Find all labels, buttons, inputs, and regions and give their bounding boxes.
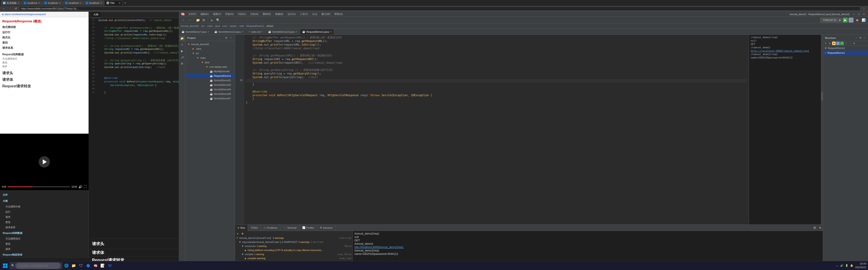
run-tree-row-6[interactable]: ▲ compile warning 4 min, 3 sec [236, 256, 351, 260]
taskbar-tray-notification[interactable]: 🔔 [850, 264, 853, 267]
taskbar-app-2[interactable]: 📁 [70, 263, 77, 269]
toolbar-run-config[interactable]: ▶ [209, 18, 215, 23]
outline-item-8[interactable]: 请求 [0, 246, 88, 252]
run-out-5[interactable]: http://localhost:8080/tomcat_demo2/req1 [750, 49, 820, 53]
taskbar-app-1[interactable]: 🌐 [63, 263, 70, 269]
activity-project[interactable]: 📁 [180, 36, 185, 41]
browser-tab-2[interactable]: L localhost ✕ [22, 0, 42, 5]
outline-section-outline[interactable]: 大纲 [0, 198, 88, 204]
taskbar-app-idea[interactable]: 🧠 [92, 263, 98, 269]
tree-servletdemo02[interactable]: ☕ ServletDemo02 [185, 82, 235, 87]
run-panel-settings[interactable]: ⚙ [812, 225, 817, 231]
path-web[interactable]: web [239, 25, 244, 27]
fullscreen-icon[interactable]: ⛶ [84, 185, 87, 189]
struct-btn-8[interactable]: ⚙ [852, 41, 856, 45]
struct-btn-6[interactable]: T [844, 41, 848, 45]
video-player[interactable]: 0:00 10:00 🔊 ⛶ [0, 134, 89, 190]
struct-btn-1[interactable]: P [824, 41, 828, 45]
volume-icon[interactable]: 🔊 [79, 185, 82, 189]
activity-run[interactable]: ▶ [180, 48, 185, 54]
outline-section-req-forward[interactable]: Request响应转发 [0, 252, 88, 258]
run-tree-row-3[interactable]: ▼ resources 1 warning 708 ms [236, 244, 351, 248]
path-doget[interactable]: doGet [267, 25, 273, 27]
tab-close-5[interactable]: ✕ [100, 2, 102, 4]
tree-requestdemo1[interactable]: ☕ RequestDemo1 [185, 74, 235, 78]
editor-scrollbar[interactable] [821, 35, 823, 225]
toolbar-search[interactable]: 🔍 [215, 18, 221, 23]
tree-tomcat-demo02[interactable]: ▼ tomcat_demo02 [185, 42, 235, 46]
tree-servletdemo04[interactable]: ☕ ServletDemo04 [185, 87, 235, 92]
outline-item-3[interactable]: 请求 [0, 214, 88, 220]
run-tree-row-4[interactable]: ▲ Using platform encoding (UTF-8 actuall… [236, 248, 351, 252]
new-tab-button[interactable]: + [123, 1, 127, 5]
tab-servletdemo7[interactable]: ☕ ServletDemo7.java ✕ [179, 29, 212, 35]
outline-section-file[interactable]: 文件 [0, 192, 88, 198]
play-button[interactable] [39, 156, 50, 168]
activity-settings[interactable]: ⚙ [180, 61, 185, 66]
tab-close-sd7[interactable]: ✕ [208, 31, 209, 33]
taskbar-app-word[interactable]: W [107, 263, 113, 269]
video-progress-bar[interactable] [7, 187, 70, 187]
run-tab-profiler[interactable]: 📈 Profiler [300, 225, 317, 231]
menu-window[interactable]: 窗口(W) [320, 12, 332, 17]
outline-item-4[interactable]: 查找 [0, 220, 88, 225]
reload-button[interactable]: ↺ [13, 6, 18, 11]
run-tab-terminal[interactable]: ⬛ Terminal [280, 225, 300, 231]
tomcat-coverage-button[interactable]: 📊 [861, 18, 866, 23]
outline-item-2[interactable]: 运行 [0, 209, 88, 214]
tab-close-1[interactable]: ✕ [18, 2, 19, 4]
taskbar-search-input[interactable] [16, 263, 61, 269]
tab-close-sd14[interactable]: ✕ [296, 31, 297, 33]
project-panel-settings[interactable]: ⚙ [224, 36, 228, 40]
menu-help[interactable]: 帮助(H) [333, 12, 344, 17]
browser-tab-3[interactable]: L localhost ✕ [42, 0, 62, 5]
run-tree-row-5[interactable]: ▼ compile 1 warning 1 sec, 412 ms [236, 252, 351, 256]
taskbar-app-3[interactable]: 🛡 [78, 263, 84, 269]
taskbar-app-chrome[interactable]: 🔵 [85, 263, 91, 269]
tree-servletdemo07[interactable]: ☕ ServletDemo07 [185, 96, 235, 101]
start-button[interactable] [2, 262, 8, 269]
browser-tab-4[interactable]: L localhost ✕ [63, 0, 83, 5]
toolbar-forward[interactable]: → [187, 18, 192, 23]
output-link-1[interactable]: http://localhost:8080/tomcat_demo2/req1 [354, 246, 403, 249]
struct-btn-3[interactable]: ● [832, 41, 836, 45]
path-main[interactable]: main [207, 25, 213, 27]
address-bar[interactable] [20, 6, 860, 11]
menu-build[interactable]: 构建(B) [273, 12, 285, 17]
path-java[interactable]: java [215, 25, 220, 27]
struct-item-1[interactable]: C RequestDemo1 [823, 50, 868, 55]
struct-btn-2[interactable]: ⊕ [828, 41, 832, 45]
tab-webxml[interactable]: ✦ web.xml ✕ [246, 29, 266, 35]
run-link-1[interactable]: http://localhost:8080/tomcat_demo2/req1 [751, 49, 809, 53]
path-com[interactable]: com [222, 25, 227, 27]
tree-servletdemo05[interactable]: ☕ ServletDemo05 [185, 92, 235, 96]
tree-idea[interactable]: ► .idea [185, 46, 235, 51]
run-panel-close[interactable]: ✕ [817, 225, 823, 231]
path-taotao[interactable]: taotao [230, 25, 237, 27]
tomcat-stop-button[interactable]: ⏹ [855, 18, 860, 23]
ide-maximize[interactable]: □ [857, 12, 861, 16]
tab-servletdemo13[interactable]: ☕ ServletDemo13.java ✕ [212, 29, 246, 35]
menu-edit[interactable]: 编辑(E) [199, 12, 211, 17]
structure-sort[interactable]: ↕ [855, 36, 858, 40]
path-requestdemo1[interactable]: RequestDemo1 [247, 25, 264, 27]
tab-close-2[interactable]: ✕ [38, 2, 40, 4]
ide-minimize[interactable]: ─ [852, 12, 856, 16]
taskbar-search-btn[interactable]: 🔍 [9, 262, 62, 269]
toolbar-open[interactable]: 📁 [195, 18, 200, 23]
struct-btn-7[interactable]: ↕ [848, 41, 852, 45]
forward-button[interactable]: → [8, 6, 12, 11]
menu-refactor[interactable]: 重构(R) [261, 12, 273, 17]
tree-servletdemo01[interactable]: ☕ ServletDemo01 [185, 78, 235, 82]
outline-item-5[interactable]: 请求体系 [0, 225, 88, 230]
tab-requestdemo1[interactable]: ☕ RequestDemo1.java ✕ [300, 29, 334, 35]
menu-file[interactable]: 文件(F) [186, 12, 198, 17]
struct-btn-5[interactable]: ● [840, 41, 844, 45]
run-button[interactable]: ▶ [236, 231, 240, 235]
menu-vcs[interactable]: VCS [310, 12, 319, 17]
tomcat-run-button[interactable]: ▶ [843, 18, 848, 23]
structure-settings[interactable]: ⚙ [859, 36, 862, 40]
tab-close-4[interactable]: ✕ [79, 2, 81, 4]
browser-tab-1[interactable]: ▶ 高清视频 ✕ [1, 0, 21, 5]
tree-src[interactable]: ▼ src [185, 51, 235, 56]
